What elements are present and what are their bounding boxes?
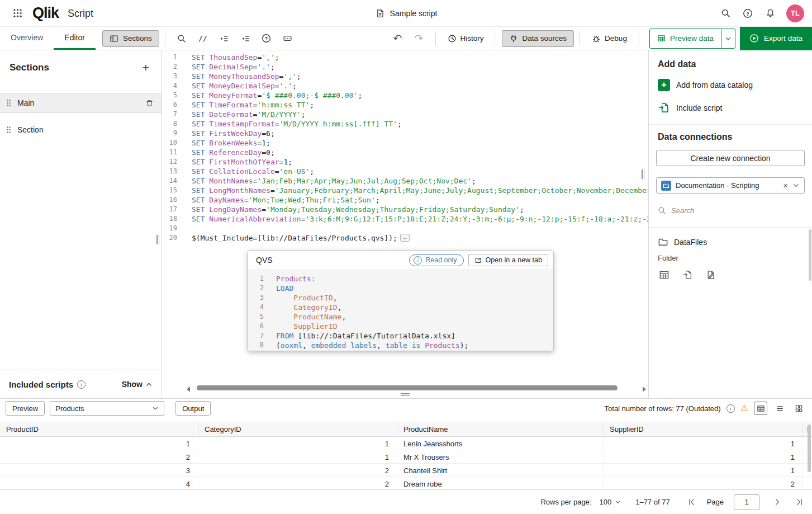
code-line[interactable]: 2LOAD [254,284,553,293]
sections-toggle-button[interactable]: Sections [102,30,159,47]
code-line[interactable]: 4SET MoneyDecimalSep='.'; [162,81,648,91]
redo-button[interactable]: ↷ [410,29,429,48]
code-line[interactable]: 18SET NumericalAbbreviation='3:k;6:M;9:G… [162,214,648,224]
table-selector-dropdown[interactable]: Products [50,401,164,416]
script-editor[interactable]: 1SET ThousandSep=',';2SET DecimalSep='.'… [162,50,648,398]
code-line[interactable]: 6SET TimeFormat='h:mm:ss TT'; [162,100,648,110]
code-line[interactable]: 5 ProductName, [254,312,553,322]
warning-icon[interactable]: ⚠ [740,404,748,413]
syntax-help-button[interactable]: ? [257,29,276,48]
table-row[interactable]: 21Mr X Trousers1 [0,450,812,464]
column-header[interactable]: ProductID [0,422,198,437]
scrollbar-thumb[interactable] [809,229,811,281]
info-icon[interactable]: i [77,380,86,389]
notifications-button[interactable] [761,4,780,23]
next-page-button[interactable] [770,495,784,510]
include-script-button[interactable] [682,270,693,280]
code-line[interactable]: 2SET DecimalSep='.'; [162,62,648,72]
include-preview-chip[interactable]: ↔ [400,234,410,242]
preview-button[interactable]: Preview [6,401,45,416]
connection-item-datafiles[interactable]: DataFiles [658,237,803,247]
hints-button[interactable] [278,29,297,48]
info-icon[interactable]: i [726,404,735,413]
code-line[interactable]: 10SET BrokenWeeks=1; [162,138,648,148]
output-button[interactable]: Output [175,401,211,416]
code-line[interactable]: 7FROM [lib://:DataFiles/TutorialData.xls… [254,331,553,341]
comment-button[interactable]: // [193,29,212,48]
grid-view-button[interactable] [792,402,805,415]
table-view-button[interactable] [754,402,767,415]
chevron-down-icon[interactable] [792,182,800,189]
code-line[interactable]: 13SET CollationLocale='en-US'; [162,167,648,176]
code-line[interactable]: 8SET TimestampFormat='M/D/YYYY h:mm:ss[.… [162,119,648,129]
code-line[interactable]: 15SET LongMonthNames='January;February;M… [162,186,648,195]
sidebar-item-section[interactable]: Section [0,120,162,140]
remove-connection-button[interactable]: × [783,181,788,190]
column-header[interactable]: ProductName [397,422,604,437]
debug-button[interactable]: Debug [586,29,633,48]
page-number-input[interactable] [734,494,759,510]
find-replace-button[interactable] [172,29,191,48]
data-sources-toggle-button[interactable]: Data sources [502,30,574,47]
splitter-handle[interactable] [401,393,410,397]
panel-resize-handle[interactable] [642,169,646,179]
outdent-button[interactable] [236,29,255,48]
connection-select[interactable]: Documentation - Scripting × [656,177,805,194]
code-line[interactable]: 3SET MoneyThousandSep=','; [162,72,648,81]
tab-overview[interactable]: Overview [0,27,54,50]
drag-handle-icon[interactable] [6,126,11,134]
document-title-group[interactable]: Sample script [375,8,438,18]
indent-button[interactable] [215,29,234,48]
show-included-scripts-button[interactable]: Show [122,380,153,389]
code-line[interactable]: 19 [162,224,648,233]
delete-section-button[interactable] [145,99,154,107]
sidebar-item-main[interactable]: Main [0,93,162,113]
add-section-button[interactable]: + [138,60,154,76]
connection-search[interactable] [658,202,803,218]
code-line[interactable]: 11SET ReferenceDay=0; [162,148,648,157]
last-page-button[interactable] [792,495,806,510]
column-header[interactable]: CategoryID [198,422,397,437]
column-header[interactable]: SupplierID [604,422,803,437]
export-data-button[interactable]: Export data [740,27,812,50]
table-row[interactable]: 11Lenin Jeansshorts1 [0,437,812,450]
code-line[interactable]: 1Products: [254,274,553,284]
scroll-right-arrow[interactable] [643,386,646,392]
help-button[interactable]: ? [738,4,757,23]
first-page-button[interactable] [685,495,699,510]
global-search-button[interactable] [716,4,735,23]
avatar[interactable]: TL [786,4,804,22]
code-line[interactable]: 9SET FirstWeekDay=6; [162,129,648,138]
code-line[interactable]: 8(ooxml, embedded labels, table is Produ… [254,341,553,350]
scrollbar-thumb[interactable] [808,425,811,472]
include-script-button[interactable]: Include script [658,101,803,115]
add-from-catalog-button[interactable]: + Add from data catalog [658,78,803,92]
rows-per-page-select[interactable]: 100 [599,498,621,506]
table-row[interactable]: 42Dream robe2 [0,477,812,489]
edit-connection-button[interactable] [706,270,716,280]
search-input[interactable] [671,206,803,215]
select-data-button[interactable] [659,270,669,280]
app-launcher-button[interactable] [8,4,27,23]
table-row[interactable]: 32Chantell Shirt1 [0,464,812,477]
code-line[interactable]: 1SET ThousandSep=','; [162,53,648,62]
open-in-new-tab-button[interactable]: Open in a new tab [468,254,548,266]
code-line[interactable]: 4 CategoryID, [254,303,553,312]
panel-resize-handle[interactable] [156,235,161,244]
preview-data-button[interactable]: Preview data [650,29,721,48]
scrollbar-thumb[interactable] [197,385,618,390]
undo-button[interactable]: ↶ [388,29,407,48]
code-line[interactable]: 17SET LongDayNames='Monday;Tuesday;Wedne… [162,205,648,214]
tab-editor[interactable]: Editor [54,27,96,50]
scroll-left-arrow[interactable] [187,386,190,392]
code-line[interactable]: 16SET DayNames='Mon;Tue;Wed;Thu;Fri;Sat;… [162,195,648,205]
list-view-button[interactable] [773,402,786,415]
code-line[interactable]: 6 SupplierID [254,322,553,331]
horizontal-scrollbar[interactable] [193,385,639,390]
code-line[interactable]: 7SET DateFormat='M/D/YYYY'; [162,110,648,119]
create-new-connection-button[interactable]: Create new connection [656,150,805,166]
drag-handle-icon[interactable] [6,99,11,107]
preview-data-caret-button[interactable] [721,29,735,48]
code-line[interactable]: 14SET MonthNames='Jan;Feb;Mar;Apr;May;Ju… [162,176,648,186]
history-button[interactable]: History [441,29,490,48]
